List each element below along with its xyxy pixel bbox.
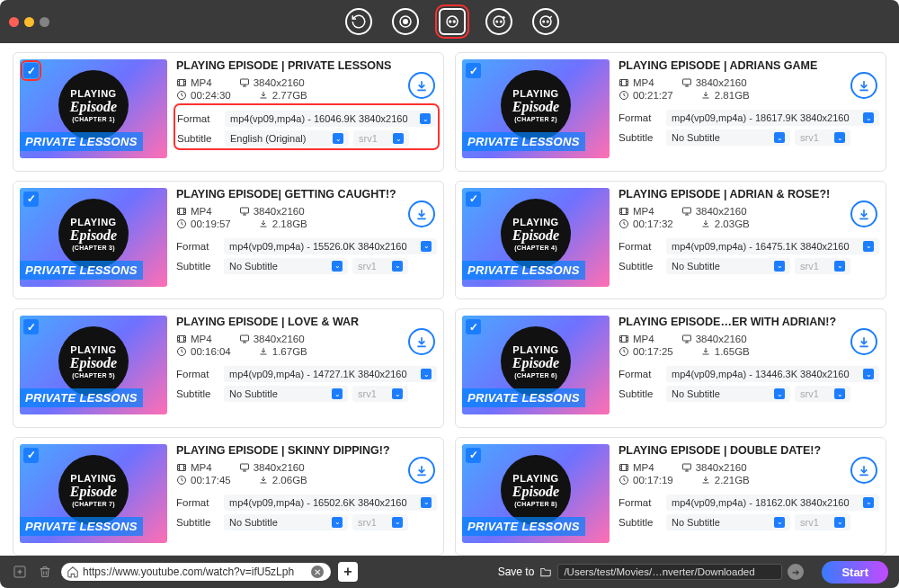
subtitle-server-select[interactable]: srv1⌄ [352,258,408,274]
chevron-down-icon: ⌄ [333,133,343,144]
download-list-icon[interactable] [439,8,466,35]
format-select[interactable]: mp4(vp09,mp4a) - 14727.1K 3840x2160⌄ [224,366,437,382]
record-icon[interactable] [392,8,419,35]
add-url-button[interactable]: + [338,562,358,582]
delete-button[interactable] [36,563,54,581]
select-checkbox[interactable]: ✓ [466,192,481,207]
chevron-down-icon: ⌄ [774,517,785,528]
select-checkbox[interactable]: ✓ [23,448,39,463]
filesize: 2.77GB [258,90,307,101]
home-icon [67,566,79,578]
thumbnail[interactable]: ✓ PLAYINGEpisode(CHAPTER 1) PRIVATE LESS… [20,59,167,158]
subtitle-select[interactable]: No Subtitle⌄ [666,386,790,402]
thumbnail[interactable]: ✓ PLAYINGEpisode(CHAPTER 7) PRIVATE LESS… [20,444,167,543]
download-button[interactable] [408,328,435,355]
format-select[interactable]: mp4(vp09,mp4a) - 16475.1K 3840x2160⌄ [666,238,879,254]
svg-point-4 [453,21,455,22]
add-task-button[interactable] [11,563,29,581]
download-button[interactable] [850,200,877,227]
format-select[interactable]: mp4(vp09,mp4a) - 16046.9K 3840x2160⌄ [225,111,436,127]
subtitle-server-select[interactable]: srv1⌄ [353,130,409,147]
format-label: Format [619,497,662,508]
thumbnail[interactable]: ✓ PLAYINGEpisode(CHAPTER 6) PRIVATE LESS… [462,316,610,414]
download-button[interactable] [408,200,435,227]
subtitle-select[interactable]: No Subtitle⌄ [224,386,348,402]
subtitle-select[interactable]: No Subtitle⌄ [224,258,348,274]
chevron-down-icon: ⌄ [421,241,432,252]
container-format: MP4 [176,462,212,473]
duration: 00:21:27 [619,90,673,101]
thumbnail-badge: PLAYINGEpisode(CHAPTER 3) [58,199,129,269]
download-button[interactable] [408,72,435,99]
format-select[interactable]: mp4(vp09,mp4a) - 13446.3K 3840x2160⌄ [666,366,879,382]
thumbnail[interactable]: ✓ PLAYINGEpisode(CHAPTER 4) PRIVATE LESS… [462,188,610,287]
thumbnail[interactable]: ✓ PLAYINGEpisode(CHAPTER 2) PRIVATE LESS… [462,59,610,158]
chevron-down-icon: ⌄ [834,517,845,528]
chevron-down-icon: ⌄ [834,261,845,272]
video-card: ✓ PLAYINGEpisode(CHAPTER 6) PRIVATE LESS… [455,308,886,428]
select-checkbox[interactable]: ✓ [466,319,481,334]
format-select[interactable]: mp4(vp09,mp4a) - 18617.9K 3840x2160⌄ [666,110,879,126]
filesize: 1.67GB [258,346,307,357]
format-select[interactable]: mp4(vp09,mp4a) - 16502.6K 3840x2160⌄ [224,494,437,511]
svg-rect-26 [620,336,628,343]
select-checkbox[interactable]: ✓ [23,63,39,78]
chevron-down-icon: ⌄ [834,132,845,143]
subtitle-select[interactable]: No Subtitle⌄ [666,258,790,274]
duration: 00:17:19 [619,475,673,486]
thumbnail[interactable]: ✓ PLAYINGEpisode(CHAPTER 3) PRIVATE LESS… [20,188,167,287]
subtitle-server-select[interactable]: srv1⌄ [795,514,850,530]
subtitle-select[interactable]: English (Original)⌄ [225,130,349,147]
video-title: PLAYING EPISODE | SKINNY DIPPING!? [176,444,437,457]
select-checkbox[interactable]: ✓ [466,63,481,78]
duration: 00:17:32 [619,218,673,229]
subtitle-server-select[interactable]: srv1⌄ [795,129,850,146]
select-checkbox[interactable]: ✓ [23,192,39,207]
container-format: MP4 [176,206,212,217]
select-checkbox[interactable]: ✓ [23,319,39,334]
format-select[interactable]: mp4(vp09,mp4a) - 15526.0K 3840x2160⌄ [224,238,437,254]
subtitle-server-select[interactable]: srv1⌄ [795,258,850,274]
chevron-down-icon: ⌄ [332,261,343,272]
subtitle-server-select[interactable]: srv1⌄ [352,386,408,402]
playlist-plus-icon[interactable] [485,8,512,35]
filesize: 2.21GB [700,475,750,486]
thumbnail[interactable]: ✓ PLAYINGEpisode(CHAPTER 8) PRIVATE LESS… [462,444,610,543]
download-button[interactable] [850,328,877,355]
subtitle-server-select[interactable]: srv1⌄ [795,386,850,402]
format-label: Format [619,369,662,379]
chevron-down-icon: ⌄ [863,369,874,379]
folder-icon [539,566,552,578]
subtitle-select[interactable]: No Subtitle⌄ [666,129,790,146]
download-button[interactable] [850,72,877,99]
chevron-down-icon: ⌄ [332,388,343,399]
svg-rect-11 [178,80,186,86]
download-button[interactable] [850,457,877,484]
download-button[interactable] [408,457,435,484]
refresh-icon[interactable] [345,8,372,35]
url-input[interactable]: https://www.youtube.com/watch?v=ifU5zLph… [61,563,331,581]
resolution: 3840x2160 [239,462,305,473]
saveto-label: Save to [498,566,535,578]
subtitle-select[interactable]: No Subtitle⌄ [666,514,790,530]
thumbnail[interactable]: ✓ PLAYINGEpisode(CHAPTER 5) PRIVATE LESS… [20,316,167,414]
close-window-button[interactable] [9,17,19,27]
svg-rect-15 [682,79,690,85]
svg-rect-29 [178,464,186,470]
save-path[interactable]: /Users/test/Movies/…nverter/Downloaded [557,564,782,580]
open-folder-button[interactable]: ➔ [788,564,804,580]
duration: 00:17:45 [176,475,231,486]
subtitle-server-select[interactable]: srv1⌄ [352,514,408,530]
format-select[interactable]: mp4(vp09,mp4a) - 18162.0K 3840x2160⌄ [666,494,879,511]
maximize-window-button[interactable] [40,17,49,27]
video-title: PLAYING EPISODE | PRIVATE LESSONS [176,59,437,72]
start-button[interactable]: Start [822,561,888,584]
playlist-check-icon[interactable] [532,8,559,35]
chevron-down-icon: ⌄ [332,517,343,528]
video-title: PLAYING EPISODE| GETTING CAUGHT!? [176,188,437,200]
clear-url-button[interactable]: ✕ [311,566,324,578]
select-checkbox[interactable]: ✓ [466,448,481,463]
format-label: Format [176,241,219,252]
subtitle-select[interactable]: No Subtitle⌄ [224,514,348,530]
minimize-window-button[interactable] [24,17,34,27]
